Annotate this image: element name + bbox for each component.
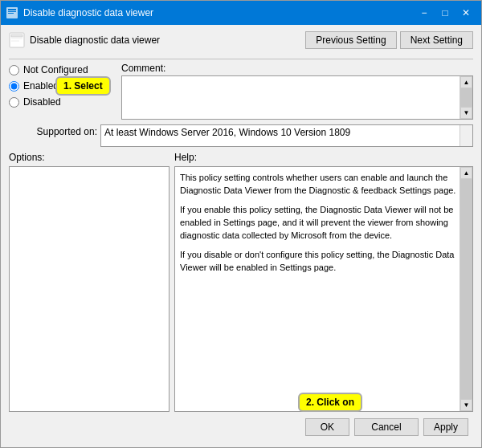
svg-rect-1: [8, 9, 16, 10]
window-controls: − □ ✕: [414, 4, 476, 22]
close-button[interactable]: ✕: [455, 4, 476, 22]
scrollbar-track: [460, 88, 472, 107]
next-setting-button[interactable]: Next Setting: [400, 31, 473, 49]
help-text-3: If you disable or don't configure this p…: [180, 249, 456, 275]
svg-rect-3: [8, 13, 14, 14]
nav-buttons: Previous Setting Next Setting: [305, 31, 473, 49]
enabled-radio[interactable]: [9, 81, 19, 92]
header-row: Disable diagnostic data viewer Previous …: [9, 31, 473, 49]
window-icon: [6, 6, 18, 19]
comment-scrollbar: ▲ ▼: [460, 76, 472, 119]
help-text-2: If you enable this policy setting, the D…: [180, 204, 456, 242]
options-box: [9, 166, 170, 412]
help-scroll-down[interactable]: ▼: [460, 399, 472, 411]
help-scrollbar: ▲ ▼: [460, 167, 472, 411]
help-box: This policy setting controls whether use…: [174, 166, 473, 412]
setting-icon: [9, 32, 25, 48]
header-divider: [9, 59, 473, 59]
not-configured-radio[interactable]: [9, 65, 19, 75]
options-panel: Options:: [9, 152, 170, 412]
annotation-1: 1. Select: [55, 76, 111, 96]
apply-button[interactable]: Apply: [423, 418, 468, 436]
help-text-1: This policy setting controls whether use…: [180, 172, 456, 198]
scroll-down-btn[interactable]: ▼: [460, 107, 472, 119]
svg-rect-2: [8, 11, 16, 12]
svg-rect-5: [11, 35, 22, 37]
ok-button[interactable]: OK: [305, 418, 349, 436]
comment-box[interactable]: ▲ ▼: [121, 75, 473, 120]
setting-title: Disable diagnostic data viewer: [30, 35, 300, 46]
supported-row: Supported on: At least Windows Server 20…: [9, 124, 473, 147]
comment-label: Comment:: [121, 63, 473, 74]
minimize-button[interactable]: −: [414, 4, 435, 22]
maximize-button[interactable]: □: [435, 4, 455, 22]
window-title: Disable diagnostic data viewer: [23, 7, 414, 18]
supported-scrollbar: [460, 125, 472, 146]
help-panel: Help: This policy setting controls wheth…: [174, 152, 473, 412]
help-scroll-up[interactable]: ▲: [460, 167, 472, 179]
options-label: Options:: [9, 152, 170, 163]
scroll-up-btn[interactable]: ▲: [460, 76, 472, 88]
annotation-2: 2. Click on: [298, 393, 362, 412]
main-panels: Options: Help: This policy setting contr…: [9, 152, 473, 412]
bottom-bar: OK Cancel Apply: [9, 412, 473, 441]
supported-value: At least Windows Server 2016, Windows 10…: [100, 124, 473, 147]
not-configured-option[interactable]: Not Configured: [9, 64, 113, 75]
cancel-button[interactable]: Cancel: [354, 418, 419, 436]
main-window: 1. Select 2. Click on Disable diagnostic…: [0, 0, 482, 448]
supported-label: Supported on:: [9, 124, 97, 137]
disabled-radio[interactable]: [9, 97, 19, 108]
help-label: Help:: [174, 152, 473, 163]
disabled-option[interactable]: Disabled: [9, 96, 113, 108]
title-bar: Disable diagnostic data viewer − □ ✕: [1, 1, 481, 25]
prev-setting-button[interactable]: Previous Setting: [305, 31, 396, 49]
svg-rect-6: [11, 38, 22, 39]
help-scrollbar-track: [460, 179, 472, 399]
comment-area: Comment: ▲ ▼: [121, 63, 473, 120]
svg-rect-7: [11, 40, 19, 42]
